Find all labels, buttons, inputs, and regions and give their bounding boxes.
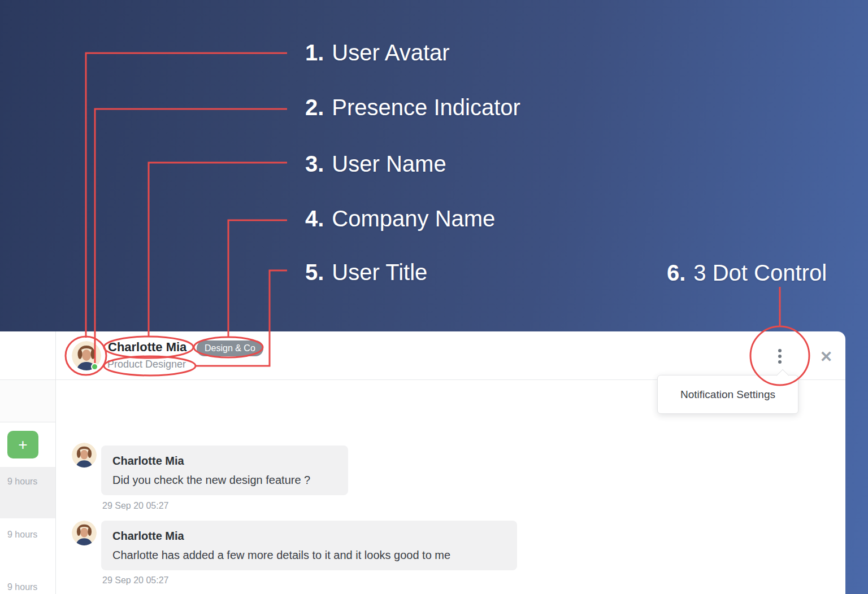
callout-number: 4. bbox=[305, 205, 324, 232]
callout-number: 5. bbox=[305, 259, 324, 286]
three-dot-icon bbox=[778, 355, 782, 358]
callout-user-title: 5. User Title bbox=[305, 259, 427, 286]
plus-icon: + bbox=[18, 436, 27, 453]
avatar-illustration bbox=[72, 521, 97, 545]
sidebar-row-empty bbox=[0, 380, 55, 422]
callout-label: User Avatar bbox=[332, 39, 449, 66]
close-icon: ✕ bbox=[820, 348, 833, 365]
callout-company-name: 4. Company Name bbox=[305, 205, 495, 232]
avatar-illustration bbox=[72, 443, 97, 468]
close-button[interactable]: ✕ bbox=[818, 349, 834, 365]
menu-item-notification-settings[interactable]: Notification Settings bbox=[680, 388, 775, 401]
sidebar-row-divider bbox=[0, 422, 55, 422]
message-text: Did you check the new design feature ? bbox=[112, 473, 337, 487]
sidebar-row-selected[interactable] bbox=[0, 467, 55, 518]
message-avatar bbox=[72, 443, 97, 468]
message-bubble: Charlotte Mia Did you check the new desi… bbox=[101, 446, 348, 495]
message-bubble: Charlotte Mia Charlotte has added a few … bbox=[101, 521, 517, 570]
callout-number: 6. bbox=[667, 259, 685, 286]
chat-panel: Charlotte Mia Design & Co Product Design… bbox=[0, 331, 845, 594]
overflow-menu: Notification Settings bbox=[657, 375, 798, 414]
user-title: Product Designer bbox=[107, 359, 186, 370]
annotated-chat-screenshot: 1. User Avatar 2. Presence Indicator 3. … bbox=[0, 0, 868, 594]
callout-label: 3 Dot Control bbox=[693, 259, 827, 286]
callout-label: User Title bbox=[332, 259, 427, 286]
callout-user-name: 3. User Name bbox=[305, 150, 446, 177]
three-dot-icon bbox=[778, 360, 782, 364]
callout-label: Company Name bbox=[332, 205, 495, 232]
conversation-time[interactable]: 9 hours bbox=[7, 477, 55, 487]
message-timestamp: 29 Sep 20 05:27 bbox=[102, 575, 168, 586]
callout-number: 3. bbox=[305, 150, 324, 177]
sidebar-divider bbox=[55, 331, 56, 594]
callout-label: Presence Indicator bbox=[332, 94, 520, 121]
callout-presence-indicator: 2. Presence Indicator bbox=[305, 94, 520, 121]
callout-user-avatar: 1. User Avatar bbox=[305, 39, 450, 66]
three-dot-menu-button[interactable] bbox=[772, 348, 788, 365]
add-conversation-button[interactable]: + bbox=[7, 431, 38, 458]
callout-label: User Name bbox=[332, 150, 446, 177]
callout-number: 1. bbox=[305, 39, 324, 66]
callout-3-dot-control: 6. 3 Dot Control bbox=[667, 259, 827, 286]
message-avatar bbox=[72, 521, 97, 545]
callout-number: 2. bbox=[305, 94, 324, 121]
message-author: Charlotte Mia bbox=[112, 529, 506, 543]
message-timestamp: 29 Sep 20 05:27 bbox=[102, 501, 168, 511]
message-author: Charlotte Mia bbox=[112, 453, 337, 468]
message-text: Charlotte has added a few more details t… bbox=[112, 548, 506, 562]
conversation-time[interactable]: 9 hours bbox=[7, 582, 55, 592]
presence-indicator bbox=[91, 363, 98, 370]
conversation-time[interactable]: 9 hours bbox=[7, 530, 55, 540]
three-dot-icon bbox=[778, 349, 782, 352]
user-name: Charlotte Mia bbox=[108, 340, 186, 355]
company-badge: Design & Co bbox=[197, 340, 263, 356]
